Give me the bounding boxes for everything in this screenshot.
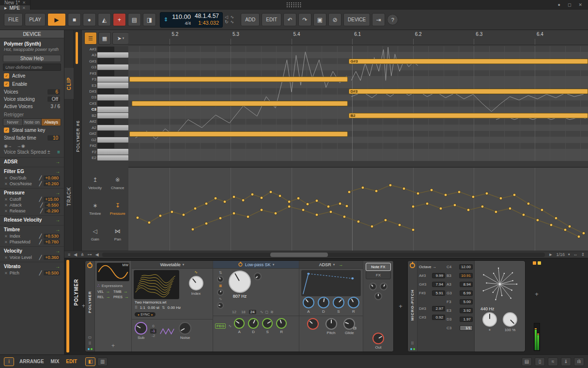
- toggle-left-panel-icon[interactable]: ◧: [85, 357, 95, 366]
- file-menu-button[interactable]: FILE: [4, 13, 23, 26]
- pitch-star-viz[interactable]: [477, 262, 523, 306]
- pressure-point[interactable]: [205, 202, 208, 205]
- lane-timbre[interactable]: ∗Timbre: [84, 196, 106, 221]
- pressure-point[interactable]: [326, 205, 330, 208]
- ratio-value[interactable]: 1:1: [140, 305, 145, 310]
- retrigger-note-on[interactable]: Note on: [23, 119, 42, 126]
- add-modulator-button[interactable]: +: [111, 341, 115, 350]
- filter-spread-knob[interactable]: [217, 276, 224, 283]
- mod-source-header[interactable]: Filter EG→: [0, 167, 64, 175]
- mod-amount-value[interactable]: +15.00: [44, 197, 60, 202]
- automation-follow-icon[interactable]: ≈: [548, 357, 558, 366]
- note-offset-value[interactable]: 8.94: [460, 282, 473, 287]
- pressure-point[interactable]: [412, 228, 415, 232]
- voice-stack-spread-row[interactable]: Voice Stack Spread ± ≡: [0, 148, 64, 156]
- pointer-tool-button[interactable]: ➤▾: [112, 32, 129, 45]
- view-arrange[interactable]: ARRANGE: [16, 357, 47, 366]
- piano-key-row[interactable]: F3: [84, 76, 128, 82]
- env-a-knob[interactable]: [303, 297, 314, 308]
- slope-12[interactable]: 12: [231, 310, 238, 314]
- remove-icon[interactable]: ✕: [4, 209, 8, 213]
- grid-view-button[interactable]: ▦: [98, 32, 111, 45]
- remove-icon[interactable]: ✕: [4, 256, 8, 260]
- fine-tune-icon[interactable]: ⇅: [162, 305, 165, 310]
- param-row[interactable]: Voice stackingOff: [0, 96, 64, 103]
- drive-knob[interactable]: [217, 302, 224, 309]
- fx-mod-knob[interactable]: [374, 292, 382, 300]
- resonance-knob[interactable]: [254, 272, 262, 280]
- pressure-point[interactable]: [159, 214, 162, 218]
- add-menu-button[interactable]: ADD: [241, 13, 260, 26]
- comb-knob[interactable]: [217, 289, 224, 296]
- piano-key[interactable]: [97, 149, 128, 154]
- pressure-point[interactable]: [251, 192, 254, 196]
- back-icon[interactable]: ◀: [95, 252, 99, 257]
- pressure-point[interactable]: [223, 200, 227, 204]
- drag-handle-icon[interactable]: ⠿: [411, 342, 414, 346]
- pressure-point[interactable]: [193, 207, 197, 210]
- pressure-point[interactable]: [416, 192, 419, 195]
- mod-amount-value[interactable]: +0.360: [44, 255, 60, 260]
- piano-key-row[interactable]: G2: [84, 137, 128, 143]
- mix-value[interactable]: 100 %: [505, 328, 516, 333]
- keytrack-icon[interactable]: ⠿: [135, 305, 138, 310]
- enable-toggle[interactable]: ✓ Enable: [0, 80, 64, 88]
- steal-fade-value[interactable]: 10: [47, 135, 60, 141]
- fx-return-knob[interactable]: [380, 283, 387, 290]
- steal-same-key-toggle[interactable]: ✓ Steal same key: [0, 126, 64, 134]
- micropitch-row[interactable]: G#37.94: [419, 280, 445, 288]
- reference-pitch-value[interactable]: 440 Hz: [477, 306, 523, 311]
- file-browser-icon[interactable]: ▯: [535, 357, 545, 366]
- param-value[interactable]: 3 / 6: [51, 104, 60, 109]
- mod-target-row[interactable]: ✕Attack╱-0.550: [0, 202, 64, 208]
- mod-amount-value[interactable]: +0.780: [44, 240, 60, 244]
- speaker-icon[interactable]: ◁: [225, 15, 229, 19]
- pressure-point[interactable]: [554, 217, 557, 220]
- micropitch-row[interactable]: G36.99: [447, 289, 473, 297]
- piano-key-row[interactable]: C3: [84, 107, 128, 112]
- pressure-point[interactable]: [467, 208, 470, 212]
- piano-key-row[interactable]: E2: [84, 155, 128, 160]
- index-knob[interactable]: [189, 276, 203, 290]
- pressure-point[interactable]: [218, 217, 222, 220]
- audition-button[interactable]: ◭: [98, 13, 111, 26]
- pressure-point[interactable]: [550, 223, 553, 226]
- sub-octave-0[interactable]: 0: [150, 324, 156, 329]
- ruler-tick[interactable]: 6.4: [535, 39, 535, 45]
- lane-chance[interactable]: ※Chance: [107, 171, 129, 195]
- pressure-point[interactable]: [205, 222, 208, 225]
- piano-key-row[interactable]: C#3: [84, 100, 128, 106]
- note-b2[interactable]: B2: [349, 113, 588, 118]
- mod-source-header[interactable]: Vibrato→: [0, 262, 64, 270]
- micropitch-row[interactable]: E33.92: [447, 306, 473, 314]
- noise-knob[interactable]: [179, 322, 191, 335]
- note-cs3[interactable]: [132, 101, 348, 106]
- pressure-point[interactable]: [398, 223, 401, 226]
- feg-r-knob[interactable]: [276, 318, 287, 329]
- pressure-point[interactable]: [541, 208, 544, 212]
- piano-key-row[interactable]: G3: [84, 64, 128, 70]
- pressure-point[interactable]: [388, 183, 392, 187]
- tab-note-fx[interactable]: Note FX: [366, 263, 391, 271]
- note-offset-value[interactable]: 2.97: [432, 306, 445, 311]
- slope-18[interactable]: 18: [240, 310, 247, 314]
- piano-key-row[interactable]: A#3: [84, 46, 128, 52]
- copy-button[interactable]: ▣: [313, 13, 326, 26]
- tempo-value[interactable]: 110.00: [172, 14, 191, 21]
- feg-d-knob[interactable]: [248, 318, 259, 329]
- shape-stack-icon[interactable]: ≋: [270, 310, 274, 314]
- punch-in-button[interactable]: +: [113, 13, 126, 26]
- slope-24[interactable]: 24: [249, 310, 256, 314]
- piano-key[interactable]: [97, 137, 128, 143]
- maximize-button[interactable]: ◻: [568, 2, 571, 7]
- note-offset-value[interactable]: 5.00: [460, 299, 473, 304]
- note-offset-value[interactable]: 0.92: [432, 315, 445, 320]
- mod-target-row[interactable]: ✕Index╱+0.530: [0, 233, 64, 239]
- drag-handle-icon[interactable]: ⠿: [89, 342, 92, 346]
- env-s-knob[interactable]: [333, 297, 344, 308]
- piano-key[interactable]: [97, 89, 128, 94]
- note-offset-value[interactable]: 9.99: [432, 273, 445, 278]
- remove-icon[interactable]: ✕: [4, 234, 8, 239]
- color-tag-yellow[interactable]: [538, 261, 541, 265]
- jump-to-icon[interactable]: ⇥: [372, 13, 385, 26]
